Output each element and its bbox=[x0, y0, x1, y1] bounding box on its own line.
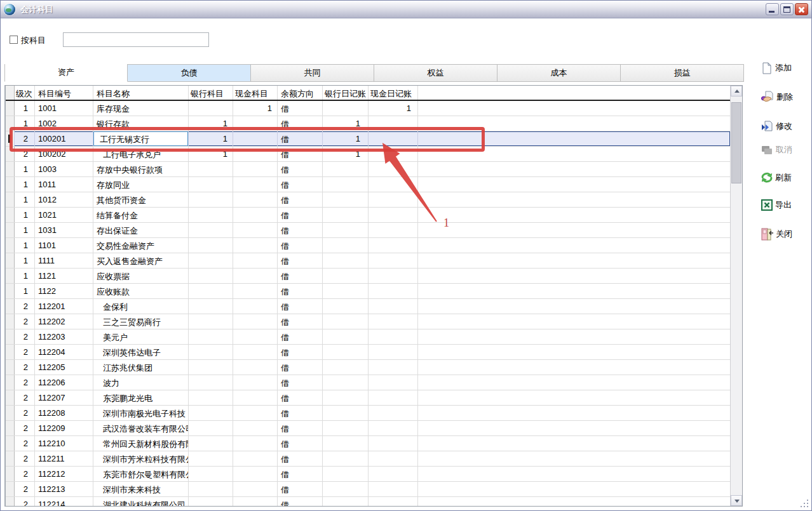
cell-bank bbox=[189, 497, 233, 506]
cell-code: 112206 bbox=[35, 375, 93, 390]
cell-bj bbox=[323, 314, 369, 329]
cell-bj bbox=[323, 177, 369, 192]
cell-cash bbox=[233, 147, 278, 161]
cell-dir: 借 bbox=[278, 299, 323, 314]
table-row[interactable]: 11001库存现金1借1 bbox=[6, 101, 730, 116]
add-button[interactable]: 添加 bbox=[761, 60, 792, 76]
delete-button[interactable]: 删除 bbox=[761, 89, 793, 105]
cell-name: 深圳市来来科技 bbox=[93, 482, 189, 496]
cancel-button[interactable]: 取消 bbox=[761, 142, 792, 158]
cell-bank bbox=[189, 269, 233, 283]
cell-bank bbox=[189, 390, 233, 405]
cell-lv: 2 bbox=[15, 375, 35, 390]
close-window-button[interactable]: 关闭 bbox=[761, 226, 792, 242]
tab-cost[interactable]: 成本 bbox=[497, 64, 621, 82]
export-button[interactable]: 导出 bbox=[761, 197, 792, 213]
cell-dir: 借 bbox=[278, 223, 323, 237]
row-indicator bbox=[6, 406, 15, 420]
table-row[interactable]: 2112203美元户借 bbox=[6, 329, 730, 345]
cell-bj bbox=[323, 284, 369, 298]
table-row[interactable]: 11012其他货币资金借 bbox=[6, 192, 730, 208]
table-row[interactable]: 2112211深圳市芳米粒科技有限公司借 bbox=[6, 451, 730, 467]
table-row[interactable]: 11011存放同业借 bbox=[6, 177, 730, 192]
filter-checkbox[interactable] bbox=[10, 36, 18, 44]
refresh-button[interactable]: 刷新 bbox=[761, 169, 792, 186]
minimize-button[interactable] bbox=[766, 3, 779, 15]
tab-assets[interactable]: 资产 bbox=[4, 64, 128, 82]
cell-bj bbox=[323, 208, 369, 222]
table-row[interactable]: 11111买入返售金融资产借 bbox=[6, 253, 730, 269]
table-row[interactable]: 11121应收票据借 bbox=[6, 269, 730, 284]
cell-cash bbox=[233, 467, 278, 481]
table-row[interactable]: 2112201金保利借 bbox=[6, 299, 730, 314]
cell-bank bbox=[189, 345, 233, 359]
cell-lv: 2 bbox=[15, 329, 35, 344]
cell-cj bbox=[369, 269, 418, 283]
table-row[interactable]: 2112208深圳市南极光电子科技借 bbox=[6, 406, 730, 421]
table-row[interactable]: 11021结算备付金借 bbox=[6, 208, 730, 223]
table-row[interactable]: 2112212东莞市舒尔曼塑料有限公司借 bbox=[6, 467, 730, 482]
cell-lv: 2 bbox=[15, 467, 35, 481]
cell-dir: 借 bbox=[278, 162, 323, 176]
row-indicator bbox=[6, 436, 15, 451]
cell-cash bbox=[233, 208, 278, 222]
filter-input[interactable] bbox=[63, 32, 209, 47]
cell-name: 交易性金融资产 bbox=[93, 238, 189, 253]
row-indicator bbox=[6, 482, 15, 496]
table-row[interactable]: 2112206波力借 bbox=[6, 375, 730, 390]
table-row[interactable]: 2112214湖北建业科技有限公司借 bbox=[6, 497, 730, 506]
table-row[interactable]: 2112204深圳英伟达电子借 bbox=[6, 345, 730, 360]
cell-cj bbox=[369, 360, 418, 375]
tab-liabilities[interactable]: 负债 bbox=[128, 64, 251, 82]
cell-dir: 借 bbox=[278, 101, 323, 116]
excel-export-icon bbox=[761, 199, 773, 211]
table-row[interactable]: 11002银行存款1借1 bbox=[6, 116, 730, 131]
cell-code: 1003 bbox=[35, 162, 93, 176]
table-row[interactable]: 2100201工行无锡支行1借1 bbox=[6, 131, 730, 147]
resize-grip[interactable] bbox=[800, 499, 808, 507]
table-row[interactable]: 11031存出保证金借 bbox=[6, 223, 730, 238]
cell-bj bbox=[323, 360, 369, 375]
cell-bank bbox=[189, 208, 233, 222]
table-row[interactable]: 2112205江苏兆伏集团借 bbox=[6, 360, 730, 375]
tab-common[interactable]: 共同 bbox=[251, 64, 374, 82]
table-row[interactable]: 2112207东莞鹏龙光电借 bbox=[6, 390, 730, 406]
cell-dir: 借 bbox=[278, 421, 323, 435]
vertical-scrollbar[interactable] bbox=[730, 86, 742, 506]
tab-profit-loss[interactable]: 损益 bbox=[621, 64, 744, 82]
cell-code: 112203 bbox=[35, 329, 93, 344]
cell-lv: 2 bbox=[15, 131, 35, 146]
cell-name: 武汉浩誉改装车有限公司 bbox=[93, 421, 189, 435]
cell-cash bbox=[233, 223, 278, 237]
inline-edit-input[interactable]: 工行无锡支行 bbox=[93, 131, 188, 146]
cell-cj bbox=[369, 253, 418, 268]
table-row[interactable]: 2112213深圳市来来科技借 bbox=[6, 482, 730, 497]
table-row[interactable]: 2112209武汉浩誉改装车有限公司借 bbox=[6, 421, 730, 436]
table-row[interactable]: 2112210常州回天新材料股份有限公借 bbox=[6, 436, 730, 451]
maximize-button[interactable] bbox=[780, 3, 794, 15]
cell-cash bbox=[233, 269, 278, 283]
cell-cash bbox=[233, 284, 278, 298]
table-row[interactable]: 11003存放中央银行款项借 bbox=[6, 162, 730, 177]
scroll-down-button[interactable] bbox=[731, 495, 742, 506]
cell-code: 112213 bbox=[35, 482, 93, 496]
cell-dir: 借 bbox=[278, 406, 323, 420]
scrollbar-thumb[interactable] bbox=[731, 102, 741, 183]
cell-cj bbox=[369, 497, 418, 506]
table-row[interactable]: 2112202三之三贸易商行借 bbox=[6, 314, 730, 329]
cell-bank: 1 bbox=[189, 131, 233, 146]
close-button[interactable] bbox=[795, 3, 808, 15]
cell-bank bbox=[189, 436, 233, 451]
tab-equity[interactable]: 权益 bbox=[374, 64, 497, 82]
cell-name: 深圳市南极光电子科技 bbox=[93, 406, 189, 420]
table-row[interactable]: 11101交易性金融资产借 bbox=[6, 238, 730, 253]
cell-bj bbox=[323, 482, 369, 496]
table-row[interactable]: 11122应收账款借 bbox=[6, 284, 730, 299]
cell-name: 库存现金 bbox=[93, 101, 189, 116]
row-indicator bbox=[6, 238, 15, 253]
modify-button[interactable]: 修改 bbox=[761, 118, 792, 135]
cell-name: 东莞市舒尔曼塑料有限公司 bbox=[93, 467, 189, 481]
scroll-up-button[interactable] bbox=[731, 86, 742, 96]
table-row[interactable]: 2100202工行电子承兑户1借1 bbox=[6, 147, 730, 162]
row-indicator bbox=[6, 497, 15, 506]
